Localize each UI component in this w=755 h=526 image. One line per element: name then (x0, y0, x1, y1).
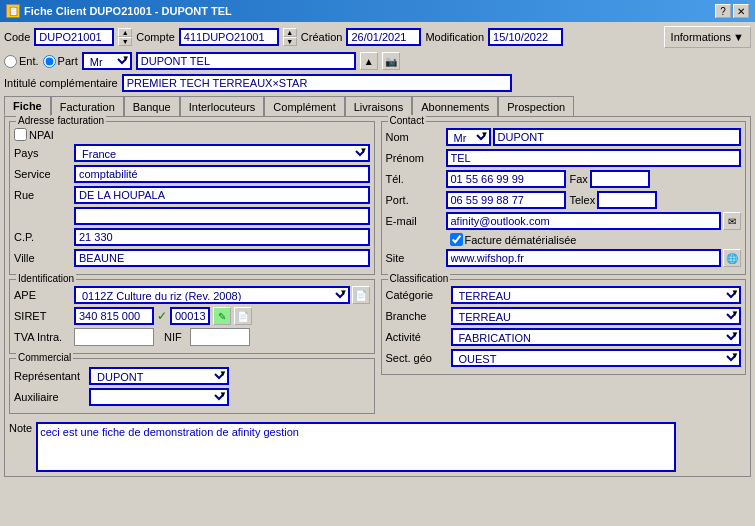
adresse-section: Adresse facturation NPAI Pays France (9, 121, 375, 275)
npai-checkbox[interactable] (14, 128, 27, 141)
note-textarea[interactable]: ceci est une fiche de demonstration de a… (36, 422, 676, 472)
auxiliaire-select[interactable] (89, 388, 229, 406)
prenom-label: Prénom (386, 152, 446, 164)
pays-select[interactable]: France (74, 144, 370, 162)
code-input[interactable] (34, 28, 114, 46)
nom-input[interactable] (493, 128, 742, 146)
part-label: Part (58, 55, 78, 67)
camera-btn[interactable]: 📷 (382, 52, 400, 70)
site-browse-btn[interactable]: 🌐 (723, 249, 741, 267)
activite-label: Activité (386, 331, 451, 343)
check-icon: ✓ (157, 309, 167, 323)
fax-label: Fax (570, 173, 588, 185)
email-input[interactable] (446, 212, 722, 230)
identification-section: Identification APE 0112Z Culture du riz … (9, 279, 375, 354)
port-label: Port. (386, 194, 446, 206)
cp-label: C.P. (14, 231, 74, 243)
nif-input[interactable] (190, 328, 250, 346)
telex-label: Telex (570, 194, 596, 206)
activite-select[interactable]: FABRICATION (451, 328, 742, 346)
code-spinner[interactable]: ▲ ▼ (118, 28, 132, 46)
nom-label: Nom (386, 131, 446, 143)
ent-radio[interactable] (4, 55, 17, 68)
fax-input[interactable] (590, 170, 650, 188)
tab-livraisons[interactable]: Livraisons (345, 96, 413, 116)
rue-input2[interactable] (74, 207, 370, 225)
tel-label: Tél. (386, 173, 446, 185)
pays-label: Pays (14, 147, 74, 159)
prenom-input[interactable] (446, 149, 742, 167)
tab-interlocuteurs[interactable]: Interlocuteurs (180, 96, 265, 116)
classification-section: Classification Catégorie TERREAU Branche (381, 279, 747, 375)
representant-label: Représentant (14, 370, 89, 382)
name-input[interactable] (136, 52, 356, 70)
tel-input[interactable] (446, 170, 566, 188)
compte-input[interactable] (179, 28, 279, 46)
tabs: Fiche Facturation Banque Interlocuteurs … (4, 96, 751, 116)
siret-edit-btn[interactable]: ✎ (213, 307, 231, 325)
siret-info-btn[interactable]: 📄 (234, 307, 252, 325)
intitule-input[interactable] (122, 74, 512, 92)
tab-content: Adresse facturation NPAI Pays France (4, 116, 751, 477)
representant-select[interactable]: DUPONT (89, 367, 229, 385)
ape-select[interactable]: 0112Z Culture du riz (Rev. 2008) (74, 286, 350, 304)
spin-up2[interactable]: ▲ (283, 28, 297, 37)
part-radio-label[interactable]: Part (43, 55, 78, 68)
auxiliaire-label: Auxiliaire (14, 391, 89, 403)
tab-complement[interactable]: Complément (264, 96, 344, 116)
categorie-select[interactable]: TERREAU (451, 286, 742, 304)
branche-label: Branche (386, 310, 451, 322)
ape-label: APE (14, 289, 74, 301)
spin-down[interactable]: ▼ (118, 37, 132, 46)
tab-banque[interactable]: Banque (124, 96, 180, 116)
creation-input[interactable] (346, 28, 421, 46)
identification-title: Identification (16, 273, 76, 284)
telex-input[interactable] (597, 191, 657, 209)
contact-section: Contact Nom Mr Mme (381, 121, 747, 275)
modification-input[interactable] (488, 28, 563, 46)
cp-input[interactable] (74, 228, 370, 246)
siret-num-input[interactable] (170, 307, 210, 325)
service-input[interactable] (74, 165, 370, 183)
tab-facturation[interactable]: Facturation (51, 96, 124, 116)
info-dropdown[interactable]: Informations ▼ (664, 26, 751, 48)
facture-checkbox-label[interactable]: Facture dématérialisée (450, 233, 577, 246)
part-radio[interactable] (43, 55, 56, 68)
modification-label: Modification (425, 31, 484, 43)
help-button[interactable]: ? (715, 4, 731, 18)
dropdown-arrow-icon: ▼ (733, 31, 744, 43)
nif-label: NIF (164, 331, 182, 343)
contact-title: Contact (388, 115, 426, 126)
compte-spinner[interactable]: ▲ ▼ (283, 28, 297, 46)
civility-select[interactable]: Mr Mme (82, 52, 132, 70)
close-button[interactable]: ✕ (733, 4, 749, 18)
categorie-label: Catégorie (386, 289, 451, 301)
site-label: Site (386, 252, 446, 264)
branche-select[interactable]: TERREAU (451, 307, 742, 325)
nom-civility-select[interactable]: Mr Mme (446, 128, 491, 146)
spin-up[interactable]: ▲ (118, 28, 132, 37)
note-section: Note ceci est une fiche de demonstration… (9, 422, 746, 472)
window-title: Fiche Client DUPO21001 - DUPONT TEL (24, 5, 232, 17)
email-send-btn[interactable]: ✉ (723, 212, 741, 230)
npai-checkbox-label[interactable]: NPAI (14, 128, 54, 141)
facture-checkbox[interactable] (450, 233, 463, 246)
tva-input[interactable] (74, 328, 154, 346)
tab-abonnements[interactable]: Abonnements (412, 96, 498, 116)
note-label: Note (9, 422, 32, 434)
ville-input[interactable] (74, 249, 370, 267)
ent-radio-label[interactable]: Ent. (4, 55, 39, 68)
siret-input[interactable] (74, 307, 154, 325)
rue-input1[interactable] (74, 186, 370, 204)
site-input[interactable] (446, 249, 722, 267)
tab-prospection[interactable]: Prospection (498, 96, 574, 116)
port-input[interactable] (446, 191, 566, 209)
up-btn[interactable]: ▲ (360, 52, 378, 70)
code-label: Code (4, 31, 30, 43)
commercial-section: Commercial Représentant DUPONT Auxiliair… (9, 358, 375, 414)
facture-label: Facture dématérialisée (465, 234, 577, 246)
ape-info-btn[interactable]: 📄 (352, 286, 370, 304)
tab-fiche[interactable]: Fiche (4, 96, 51, 116)
sect-geo-select[interactable]: OUEST (451, 349, 742, 367)
spin-down2[interactable]: ▼ (283, 37, 297, 46)
